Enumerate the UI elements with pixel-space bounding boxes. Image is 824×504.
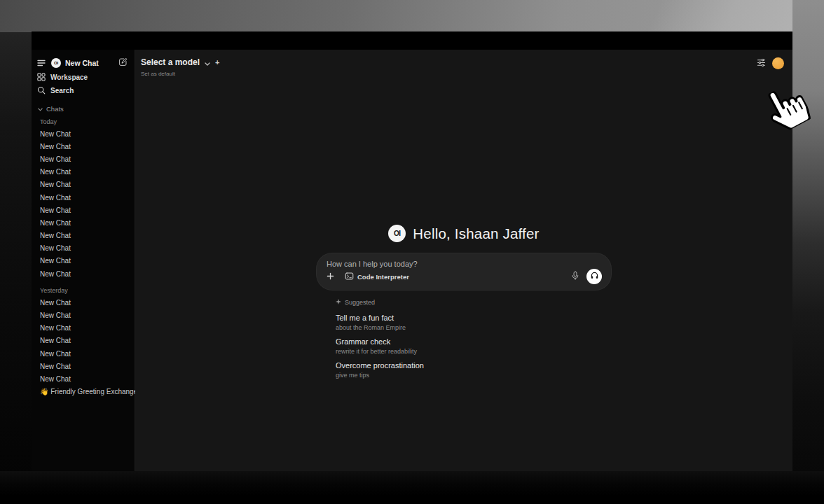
chat-list-item[interactable]: New Chat [32, 230, 135, 242]
headphones-icon [590, 271, 599, 282]
sliders-icon [757, 58, 766, 69]
suggestion-subtitle: about the Roman Empire [336, 324, 611, 331]
chat-list-item[interactable]: New Chat [32, 347, 135, 360]
workspace-grid-icon [37, 73, 46, 83]
greeting-row: OI Hello, Ishaan Jaffer [317, 225, 611, 242]
hero-section: OI Hello, Ishaan Jaffer How can I help y… [317, 225, 611, 379]
chat-list-item[interactable]: New Chat [32, 178, 135, 191]
background-gradient-bottom [0, 471, 824, 504]
app-logo: OI [51, 58, 61, 68]
suggested-prompts: Suggested Tell me a fun fact about the R… [336, 298, 611, 379]
chat-list-item[interactable]: New Chat [32, 335, 135, 347]
hamburger-icon [37, 59, 46, 66]
sidebar-item-label: Workspace [50, 74, 88, 81]
topbar: Select a model + Set as default [135, 50, 792, 80]
chat-list-item[interactable]: New Chat [32, 309, 135, 321]
app-logo-text: OI [54, 61, 58, 65]
sparkle-icon [336, 299, 341, 306]
call-mode-button[interactable] [586, 269, 602, 284]
chat-list-item[interactable]: New Chat [32, 166, 135, 178]
microphone-icon [571, 271, 579, 283]
message-composer: How can I help you today? [317, 253, 611, 290]
screen: OI New Chat Workspace [0, 0, 824, 504]
terminal-icon [345, 272, 354, 282]
chat-list-item[interactable]: New Chat [32, 255, 135, 267]
chat-list-item-named[interactable]: 👋 Friendly Greeting Exchange [32, 386, 135, 398]
chevron-down-icon [205, 56, 210, 69]
suggestion-item[interactable]: Overcome procrastination give me tips [336, 361, 611, 379]
app-logo: OI [388, 225, 406, 242]
set-as-default-button[interactable]: Set as default [141, 71, 219, 77]
user-avatar[interactable] [772, 57, 784, 69]
chat-group-label: Today [32, 116, 135, 127]
greeting-text: Hello, Ishaan Jaffer [413, 225, 539, 242]
chat-list-item[interactable]: New Chat [32, 153, 135, 165]
plus-icon [327, 272, 334, 282]
chat-list-item[interactable]: New Chat [32, 296, 135, 309]
app-logo-text: OI [394, 230, 401, 237]
chat-list-item[interactable]: New Chat [32, 216, 135, 229]
model-selector-label: Select a model [141, 57, 200, 67]
suggestion-item[interactable]: Grammar check rewrite it for better read… [336, 337, 611, 355]
sidebar: OI New Chat Workspace [32, 50, 135, 471]
chat-list-item[interactable]: New Chat [32, 127, 135, 140]
code-interpreter-toggle[interactable]: Code Interpreter [345, 272, 409, 282]
chat-list-item[interactable]: New Chat [32, 267, 135, 280]
chat-list-item[interactable]: New Chat [32, 140, 135, 153]
chat-group-label: Yesterday [32, 285, 135, 296]
chat-history-list: TodayNew ChatNew ChatNew ChatNew ChatNew… [32, 116, 135, 386]
chats-section-toggle[interactable]: Chats [32, 102, 135, 115]
edit-pencil-icon [118, 57, 128, 69]
message-input[interactable]: How can I help you today? [327, 260, 602, 268]
main-panel: Select a model + Set as default [135, 50, 792, 471]
sidebar-item-workspace[interactable]: Workspace [32, 71, 135, 84]
search-icon [37, 86, 46, 96]
voice-input-button[interactable] [571, 271, 579, 283]
suggestion-title: Tell me a fun fact [336, 314, 611, 323]
suggestion-list: Tell me a fun fact about the Roman Empir… [336, 314, 611, 379]
model-selector[interactable]: Select a model + [141, 56, 219, 69]
sidebar-item-search[interactable]: Search [32, 84, 135, 97]
chat-list-item[interactable]: New Chat [32, 242, 135, 255]
chat-controls-button[interactable] [757, 58, 766, 69]
attach-plus-button[interactable] [327, 272, 334, 282]
suggestion-subtitle: give me tips [336, 372, 611, 379]
sidebar-item-label: Search [50, 87, 74, 94]
chats-section-label: Chats [46, 105, 64, 113]
sidebar-header: OI New Chat [32, 55, 135, 71]
sidebar-title: New Chat [65, 59, 118, 67]
suggestion-title: Grammar check [336, 337, 611, 346]
chat-list-item[interactable]: New Chat [32, 322, 135, 335]
code-interpreter-label: Code Interpreter [357, 273, 409, 281]
suggested-label: Suggested [345, 299, 375, 306]
new-chat-button[interactable] [118, 57, 128, 69]
add-model-button[interactable]: + [215, 59, 219, 66]
chevron-down-icon [38, 105, 43, 113]
app-window: OI New Chat Workspace [32, 31, 792, 471]
sidebar-toggle-button[interactable] [37, 59, 46, 66]
window-title-strip [32, 31, 792, 50]
background-gradient-right [792, 0, 824, 504]
background-gradient-left [0, 32, 32, 504]
chat-list-item[interactable]: New Chat [32, 204, 135, 216]
chat-list-item[interactable]: New Chat [32, 191, 135, 204]
chat-list-item[interactable]: New Chat [32, 372, 135, 385]
chat-list-item[interactable]: New Chat [32, 360, 135, 372]
suggestion-item[interactable]: Tell me a fun fact about the Roman Empir… [336, 314, 611, 331]
suggestion-subtitle: rewrite it for better readability [336, 348, 611, 355]
suggestion-title: Overcome procrastination [336, 361, 611, 370]
background-gradient-top [0, 0, 824, 32]
